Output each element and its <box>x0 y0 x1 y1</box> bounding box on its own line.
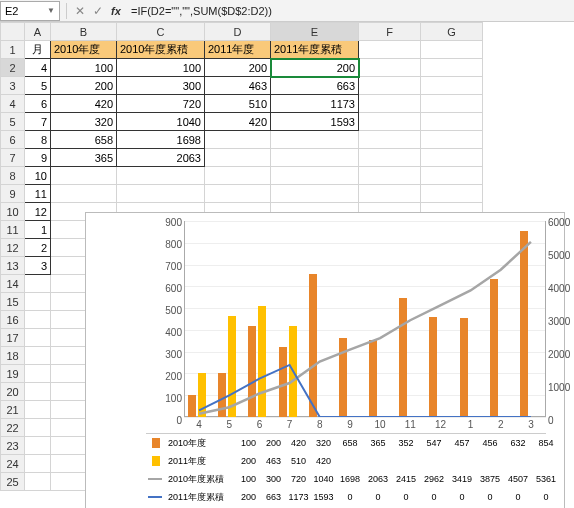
row-header[interactable]: 19 <box>1 365 25 383</box>
cell[interactable]: 4 <box>25 59 51 77</box>
cell[interactable]: 11 <box>25 185 51 203</box>
cell[interactable]: 510 <box>205 95 271 113</box>
cell[interactable] <box>359 59 421 77</box>
cell[interactable]: 1173 <box>271 95 359 113</box>
cell[interactable]: 1 <box>25 221 51 239</box>
cell[interactable] <box>421 59 483 77</box>
cell[interactable]: 3 <box>25 257 51 275</box>
row-header[interactable]: 9 <box>1 185 25 203</box>
cell[interactable] <box>421 131 483 149</box>
cell[interactable] <box>25 275 51 293</box>
cell[interactable] <box>205 185 271 203</box>
col-header-B[interactable]: B <box>51 23 117 41</box>
cell[interactable]: 2010年度累積 <box>117 41 205 59</box>
select-all-corner[interactable] <box>1 23 25 41</box>
cell[interactable] <box>421 41 483 59</box>
col-header-D[interactable]: D <box>205 23 271 41</box>
cell[interactable] <box>271 185 359 203</box>
cell[interactable] <box>359 113 421 131</box>
formula-input[interactable]: =IF(D2="","",SUM($D$2:D2)) <box>125 4 574 18</box>
row-header[interactable]: 4 <box>1 95 25 113</box>
row-header[interactable]: 2 <box>1 59 25 77</box>
cell[interactable]: 12 <box>25 203 51 221</box>
row-header[interactable]: 12 <box>1 239 25 257</box>
cell[interactable] <box>205 167 271 185</box>
cell[interactable] <box>205 131 271 149</box>
cell[interactable]: 8 <box>25 131 51 149</box>
cell[interactable]: 200 <box>271 59 359 77</box>
cell[interactable]: 420 <box>205 113 271 131</box>
cell[interactable]: 200 <box>51 77 117 95</box>
cell[interactable] <box>421 149 483 167</box>
cell[interactable]: 2011年度累積 <box>271 41 359 59</box>
fx-icon[interactable]: fx <box>107 2 125 20</box>
cell[interactable]: 200 <box>205 59 271 77</box>
row-header[interactable]: 1 <box>1 41 25 59</box>
cancel-icon[interactable]: ✕ <box>71 2 89 20</box>
row-header[interactable]: 14 <box>1 275 25 293</box>
cell[interactable]: 2063 <box>117 149 205 167</box>
col-header-A[interactable]: A <box>25 23 51 41</box>
cell[interactable]: 100 <box>117 59 205 77</box>
col-header-C[interactable]: C <box>117 23 205 41</box>
cell[interactable] <box>421 77 483 95</box>
cell[interactable] <box>271 167 359 185</box>
cell[interactable]: 9 <box>25 149 51 167</box>
cell[interactable]: 2011年度 <box>205 41 271 59</box>
row-header[interactable]: 6 <box>1 131 25 149</box>
cell[interactable]: 463 <box>205 77 271 95</box>
cell[interactable]: 100 <box>51 59 117 77</box>
cell[interactable] <box>25 419 51 437</box>
row-header[interactable]: 17 <box>1 329 25 347</box>
cell[interactable] <box>421 113 483 131</box>
cell[interactable] <box>117 167 205 185</box>
cell[interactable] <box>359 149 421 167</box>
cell[interactable]: 月 <box>25 41 51 59</box>
row-header[interactable]: 3 <box>1 77 25 95</box>
enter-icon[interactable]: ✓ <box>89 2 107 20</box>
cell[interactable] <box>359 131 421 149</box>
cell[interactable]: 6 <box>25 95 51 113</box>
cell[interactable] <box>25 401 51 419</box>
row-header[interactable]: 21 <box>1 401 25 419</box>
row-header[interactable]: 22 <box>1 419 25 437</box>
col-header-G[interactable]: G <box>421 23 483 41</box>
name-box[interactable]: E2 ▼ <box>0 1 60 21</box>
cell[interactable] <box>25 365 51 383</box>
col-header-F[interactable]: F <box>359 23 421 41</box>
cell[interactable] <box>25 437 51 455</box>
row-header[interactable]: 23 <box>1 437 25 455</box>
cell[interactable]: 365 <box>51 149 117 167</box>
cell[interactable]: 1593 <box>271 113 359 131</box>
row-header[interactable]: 20 <box>1 383 25 401</box>
cell[interactable] <box>421 167 483 185</box>
cell[interactable]: 2010年度 <box>51 41 117 59</box>
cell[interactable]: 420 <box>51 95 117 113</box>
row-header[interactable]: 11 <box>1 221 25 239</box>
cell[interactable] <box>25 473 51 491</box>
cell[interactable] <box>421 185 483 203</box>
cell[interactable] <box>359 41 421 59</box>
cell[interactable] <box>25 347 51 365</box>
cell[interactable] <box>359 185 421 203</box>
cell[interactable]: 1698 <box>117 131 205 149</box>
row-header[interactable]: 16 <box>1 311 25 329</box>
cell[interactable]: 663 <box>271 77 359 95</box>
chevron-down-icon[interactable]: ▼ <box>47 6 55 15</box>
cell[interactable]: 300 <box>117 77 205 95</box>
row-header[interactable]: 13 <box>1 257 25 275</box>
row-header[interactable]: 5 <box>1 113 25 131</box>
cell[interactable] <box>359 167 421 185</box>
cell[interactable] <box>51 167 117 185</box>
cell[interactable] <box>117 185 205 203</box>
cell[interactable]: 720 <box>117 95 205 113</box>
cell[interactable] <box>25 311 51 329</box>
cell[interactable] <box>25 329 51 347</box>
row-header[interactable]: 7 <box>1 149 25 167</box>
cell[interactable]: 1040 <box>117 113 205 131</box>
chart[interactable]: 9008007006005004003002001000 60005000400… <box>85 212 565 508</box>
row-header[interactable]: 15 <box>1 293 25 311</box>
cell[interactable]: 320 <box>51 113 117 131</box>
cell[interactable]: 5 <box>25 77 51 95</box>
row-header[interactable]: 24 <box>1 455 25 473</box>
